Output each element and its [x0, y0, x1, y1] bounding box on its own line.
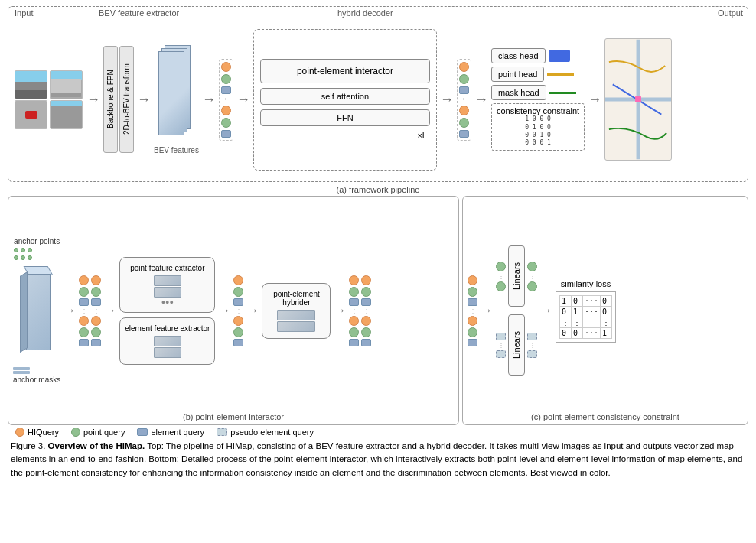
- bev-stack-area: BEV features: [154, 45, 199, 154]
- anchor-col: anchor points: [13, 237, 60, 384]
- legend-pseudo: pseudo element query: [217, 428, 314, 437]
- arrow-1: →: [86, 92, 100, 108]
- bev-extractor-label: BEV feature extractor: [99, 8, 179, 18]
- mask-2: [13, 371, 30, 374]
- point-query-dot-2: [221, 118, 231, 128]
- sim-row-2: 0 1 ··· 0: [560, 306, 612, 317]
- main-container: Input BEV feature extractor hybrid decod…: [0, 0, 756, 486]
- b-hi-4: [91, 316, 101, 326]
- lt-sep: ⋮: [498, 273, 504, 280]
- sim-row-1: 1 0 ··· 0: [560, 295, 612, 306]
- lbo-el-2: [527, 350, 537, 358]
- mask-head-row: mask head: [491, 85, 585, 100]
- sim-row-3: ⋮ ⋮ ⋮: [560, 317, 612, 327]
- b-pt-2: [79, 327, 89, 337]
- map-svg: [605, 39, 671, 160]
- c-hi-1: [468, 275, 477, 285]
- xl-label: ×L: [260, 131, 430, 140]
- arrow-c2: →: [540, 304, 552, 317]
- legend-point-label: point query: [83, 428, 125, 437]
- out-qstack-1: ⋮: [349, 275, 359, 346]
- sim-cell-9: ⋮: [560, 317, 572, 327]
- o-el-2: [349, 339, 359, 346]
- svg-rect-3: [635, 96, 641, 102]
- arrow-b3: →: [218, 304, 230, 317]
- arrow-b1: →: [64, 304, 76, 317]
- linears-bot-row: ⋮ Linears ⋮: [496, 314, 537, 376]
- sim-cell-16: 1: [601, 327, 612, 338]
- input-img-road: [50, 100, 83, 129]
- sim-cell-6: 1: [572, 306, 583, 317]
- hybrider-area: point-element hybrider: [262, 283, 331, 339]
- anchor-points-area: anchor points: [14, 237, 60, 260]
- bev-layer-3: [158, 51, 184, 135]
- lo-pt-2: [527, 281, 537, 291]
- sim-cell-4: 0: [601, 295, 612, 306]
- out-element-query-1: [459, 86, 469, 94]
- bev-features-label: BEV features: [154, 146, 199, 154]
- point-feat-box: point feature extractor ●●●: [119, 257, 215, 313]
- linears-box-1: Linears: [508, 245, 525, 307]
- legend-hiquery: HIQuery: [15, 428, 59, 437]
- point-head-output: [547, 73, 574, 76]
- arrow-b5: →: [334, 304, 346, 317]
- lo-sep: ⋮: [530, 273, 536, 280]
- apt-1: [14, 248, 18, 252]
- c-hi-2: [468, 316, 477, 326]
- apt-4: [14, 255, 18, 260]
- heads-area: class head point head mask head consiste…: [491, 48, 585, 151]
- lb-el-2: [496, 350, 506, 358]
- legend-hiquery-dot: [15, 428, 24, 437]
- bev-front-face: [26, 274, 51, 350]
- input-img-building: [50, 70, 83, 99]
- c-el-2: [468, 339, 477, 346]
- hi-query-dot-2: [221, 106, 231, 115]
- lb-sep: ⋮: [498, 342, 504, 349]
- m-pt-2: [233, 327, 243, 337]
- b-el-4: [91, 339, 101, 346]
- legend-element-rect: [137, 428, 148, 436]
- consistency-label: consistency constraint: [497, 106, 579, 115]
- o-hi-3: [361, 275, 371, 285]
- o-hi-4: [361, 316, 371, 326]
- caption-bold: Overview of the HIMap.: [48, 441, 145, 450]
- sim-cell-11: [583, 317, 601, 327]
- qstack-1: ⋮: [79, 275, 89, 346]
- o-pt-1: [349, 287, 359, 297]
- hi-query-dot-1: [221, 62, 231, 72]
- bev-3d-stack: [157, 45, 195, 145]
- b-pt-4: [91, 327, 101, 337]
- qstack-2: ⋮: [91, 275, 101, 346]
- o-pt-3: [361, 287, 371, 297]
- ffn-box: FFN: [260, 109, 430, 126]
- anchor-points-label: anchor points: [14, 237, 60, 245]
- arrow-5: →: [440, 92, 454, 108]
- arrow-b4: →: [246, 304, 259, 317]
- anchor-masks-area: anchor masks: [13, 367, 60, 384]
- sub-label-left: (b) point-element interactor: [183, 412, 284, 421]
- m-pt-1: [233, 287, 243, 297]
- mask-1: [13, 367, 30, 370]
- m-sep-1: ⋮: [236, 307, 242, 314]
- arow-2: [14, 255, 32, 260]
- sim-matrix: 1 0 ··· 0 0 1 ··· 0 ⋮: [556, 291, 616, 343]
- elem-feat-inner: [125, 336, 210, 358]
- out-point-query-2: [459, 118, 469, 128]
- sim-cell-13: 0: [560, 327, 572, 338]
- point-head-row: point head: [491, 67, 585, 82]
- class-head-output: [549, 50, 570, 62]
- hybrider-box: point-element hybrider: [262, 283, 331, 339]
- sim-loss-label: similarity loss: [561, 279, 611, 288]
- c-pt-2: [468, 327, 477, 337]
- b-pt-3: [91, 287, 101, 297]
- apt-2: [21, 248, 25, 252]
- o-el-1: [349, 298, 359, 306]
- sim-cell-2: 0: [572, 295, 583, 306]
- output-queries-col: ⋮: [457, 59, 471, 141]
- element-query-rect-2: [221, 130, 231, 138]
- class-head-box: class head: [491, 48, 546, 63]
- mask-head-output: [549, 92, 576, 94]
- small-matrix: 1 0 0 00 1 0 00 0 1 00 0 0 1: [497, 115, 579, 148]
- o-el-4: [361, 339, 371, 346]
- apt-5: [21, 255, 25, 260]
